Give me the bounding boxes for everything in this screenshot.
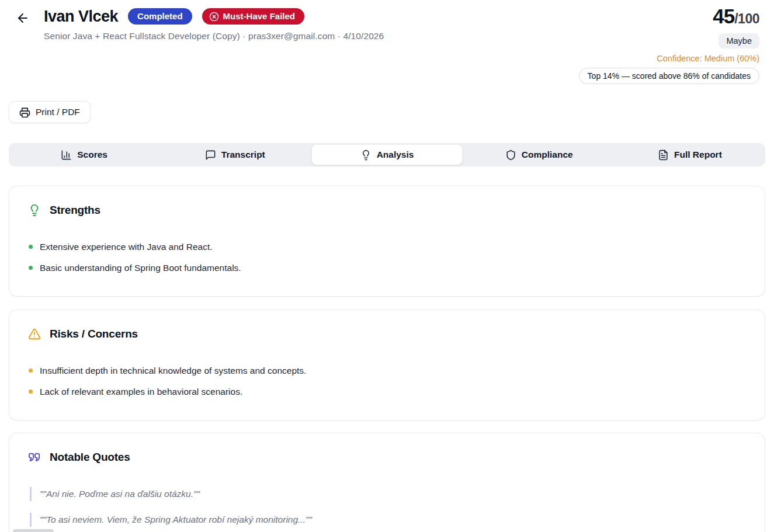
tab-analysis[interactable]: Analysis [311, 144, 462, 165]
quote-item: ""Ani nie. Poďme asi na ďalšiu otázku."" [30, 487, 746, 501]
quotes-title: Notable Quotes [50, 451, 130, 464]
lightbulb-icon [360, 149, 372, 161]
tab-transcript-label: Transcript [221, 149, 265, 160]
score-value: 45 [713, 5, 734, 28]
risks-card: Risks / Concerns Insufficient depth in t… [9, 310, 765, 420]
arrow-left-icon [16, 11, 30, 25]
page-title: Ivan Vlcek [44, 8, 118, 26]
quote-icon [28, 451, 41, 464]
tab-compliance-label: Compliance [522, 149, 573, 160]
bottom-peek-element [13, 529, 54, 532]
candidate-subtitle: Senior Java + React Fullstack Developer … [44, 31, 384, 41]
tab-scores[interactable]: Scores [9, 144, 159, 166]
warning-triangle-icon [28, 328, 41, 340]
back-button[interactable] [15, 11, 30, 26]
verdict-badge: Maybe [719, 33, 759, 48]
print-pdf-label: Print / PDF [36, 107, 80, 117]
score-area: 45 /100 Maybe Confidence: Medium (60%) T… [579, 5, 759, 84]
list-item: Extensive experience with Java and React… [28, 241, 746, 252]
failed-badge-label: Must-Have Failed [223, 11, 295, 22]
risk-item-text: Lack of relevant examples in behavioral … [40, 386, 242, 397]
tab-scores-label: Scores [77, 149, 107, 160]
header-title-row: Ivan Vlcek Completed Must-Have Failed [44, 6, 304, 26]
bullet-dot-icon [29, 390, 33, 394]
risk-item-text: Insufficient depth in technical knowledg… [40, 365, 306, 376]
tab-full-report[interactable]: Full Report [615, 144, 765, 166]
list-item: Lack of relevant examples in behavioral … [28, 386, 746, 397]
shield-icon [505, 149, 516, 161]
strengths-title: Strengths [50, 204, 100, 217]
score-max: /100 [734, 11, 759, 27]
strength-item-text: Extensive experience with Java and React… [40, 241, 213, 252]
list-item: Insufficient depth in technical knowledg… [28, 365, 746, 376]
printer-icon [19, 107, 30, 118]
score-line: 45 /100 [579, 5, 759, 28]
strengths-list: Extensive experience with Java and React… [28, 241, 746, 273]
percentile-pill: Top 14% — scored above 86% of candidates [579, 68, 759, 84]
strengths-card: Strengths Extensive experience with Java… [9, 186, 765, 297]
bullet-dot-icon [29, 368, 33, 373]
confidence-text: Confidence: Medium (60%) [579, 54, 759, 63]
bullet-dot-icon [29, 245, 33, 249]
tab-transcript[interactable]: Transcript [160, 144, 310, 166]
lightbulb-icon [28, 204, 41, 217]
bar-chart-icon [61, 149, 72, 161]
risks-title: Risks / Concerns [50, 328, 138, 340]
file-text-icon [658, 149, 669, 161]
quotes-list: ""Ani nie. Poďme asi na ďalšiu otázku.""… [28, 487, 746, 527]
tab-analysis-label: Analysis [377, 149, 414, 160]
circle-x-icon [209, 12, 219, 22]
bullet-dot-icon [29, 266, 33, 270]
status-badge: Completed [128, 8, 192, 25]
print-pdf-button[interactable]: Print / PDF [9, 101, 91, 123]
tab-compliance[interactable]: Compliance [464, 144, 614, 166]
tab-bar: Scores Transcript Analysis Compliance Fu… [9, 143, 765, 166]
message-icon [205, 149, 216, 161]
quotes-card: Notable Quotes ""Ani nie. Poďme asi na ď… [9, 433, 765, 532]
strength-item-text: Basic understanding of Spring Boot funda… [40, 262, 241, 273]
risks-list: Insufficient depth in technical knowledg… [28, 365, 746, 397]
quote-item: ""To asi neviem. Viem, že Spring Aktuato… [30, 513, 746, 527]
must-have-failed-badge: Must-Have Failed [202, 8, 304, 25]
list-item: Basic understanding of Spring Boot funda… [28, 262, 746, 273]
tab-full-report-label: Full Report [674, 149, 722, 160]
